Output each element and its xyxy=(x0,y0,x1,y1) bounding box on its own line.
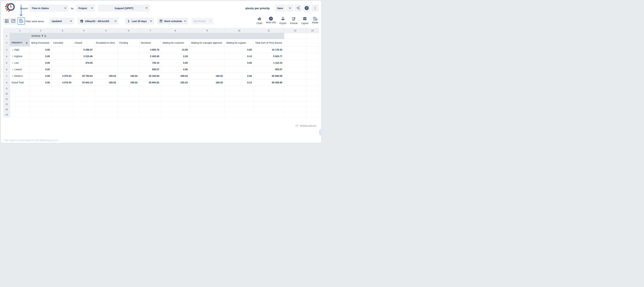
empty-cell[interactable] xyxy=(254,91,284,96)
pivot-cell[interactable] xyxy=(94,66,118,73)
chart-view-button[interactable] xyxy=(10,18,16,25)
more-info-action[interactable]: ? More info xyxy=(266,17,276,25)
pivot-cell[interactable]: 0.00 xyxy=(161,60,190,66)
pivot-cell[interactable]: 2.29 xyxy=(161,53,190,60)
help-button[interactable]: ? xyxy=(303,5,310,12)
pivot-cell[interactable] xyxy=(190,60,225,66)
pivot-cell[interactable]: 4 805.76 xyxy=(139,47,161,53)
empty-cell[interactable] xyxy=(52,96,73,102)
empty-cell[interactable] xyxy=(190,112,225,117)
pivot-cell[interactable]: 0.13 xyxy=(225,53,254,60)
pivot-cell[interactable]: 0.00 xyxy=(225,73,254,79)
row-header-highest[interactable]: Highest xyxy=(10,53,30,60)
chart-action[interactable]: Chart xyxy=(256,17,262,25)
empty-cell[interactable] xyxy=(190,107,225,112)
expand-chevron-icon[interactable] xyxy=(12,56,13,57)
empty-cell[interactable] xyxy=(118,112,139,117)
save-options-button[interactable] xyxy=(286,5,294,12)
empty-cell[interactable] xyxy=(118,86,139,91)
pivot-cell[interactable]: 3 515.46 xyxy=(73,53,94,60)
pivot-cell[interactable]: 185.02 xyxy=(94,73,118,79)
column-header-4[interactable]: Pending xyxy=(118,39,139,47)
empty-cell[interactable] xyxy=(139,107,161,112)
empty-cell[interactable] xyxy=(139,112,161,117)
pivot-cell[interactable]: 555.07 xyxy=(254,66,284,73)
pivot-cell[interactable]: 185.02 xyxy=(118,73,139,79)
empty-cell[interactable] xyxy=(94,96,118,102)
format-action[interactable]: Format xyxy=(290,17,298,25)
empty-cell[interactable] xyxy=(254,112,284,117)
save-button[interactable]: Save xyxy=(275,5,286,12)
empty-cell[interactable] xyxy=(190,86,225,91)
gear-icon[interactable]: ⚙ xyxy=(26,42,28,44)
empty-cell[interactable] xyxy=(139,96,161,102)
pivot-cell[interactable]: 25 700.64 xyxy=(73,73,94,79)
empty-cell[interactable] xyxy=(73,107,94,112)
empty-cell[interactable] xyxy=(225,102,254,107)
pivot-cell[interactable]: 0.00 xyxy=(30,73,52,79)
expand-chevron-icon[interactable] xyxy=(12,75,13,77)
pivot-cell[interactable]: 28 664.62 xyxy=(139,79,161,86)
empty-cell[interactable] xyxy=(73,91,94,96)
trim-period-select[interactable]: ✂ Last 30 days xyxy=(125,18,154,25)
pivot-cell[interactable]: 555.07 xyxy=(139,66,161,73)
row-header-medium[interactable]: Medium xyxy=(10,73,30,79)
work-schedule-select[interactable]: Work schedule xyxy=(157,18,188,25)
row-header-lowest[interactable]: Lowest xyxy=(10,66,30,73)
row-header-low[interactable]: Low xyxy=(10,60,30,66)
pivot-cell[interactable]: 225.43 xyxy=(161,79,190,86)
expand-chevron-icon[interactable] xyxy=(12,69,13,70)
empty-cell[interactable] xyxy=(306,86,319,91)
export-action[interactable]: Export xyxy=(280,17,286,25)
pivot-cell[interactable] xyxy=(118,60,139,66)
empty-cell[interactable] xyxy=(254,86,284,91)
project-select[interactable]: Support [SPRT] xyxy=(98,5,150,12)
column-header-5[interactable]: Resolved xyxy=(139,39,161,47)
empty-cell[interactable] xyxy=(306,107,319,112)
pivot-cell[interactable]: 0.00 xyxy=(30,47,52,53)
empty-cell[interactable] xyxy=(30,96,52,102)
filter-field-select[interactable]: Updated xyxy=(49,18,74,25)
empty-cell[interactable] xyxy=(190,96,225,102)
pivot-cell[interactable] xyxy=(52,66,73,73)
empty-cell[interactable] xyxy=(10,96,30,102)
empty-cell[interactable] xyxy=(10,107,30,112)
empty-cell[interactable] xyxy=(161,86,190,91)
pivot-cell[interactable] xyxy=(52,60,73,66)
layout-action[interactable]: Layout xyxy=(301,17,308,25)
empty-cell[interactable] xyxy=(161,112,190,117)
pivot-cell[interactable]: 5 356.97 xyxy=(73,47,94,53)
pivot-cell[interactable] xyxy=(94,60,118,66)
pivot-cell[interactable] xyxy=(190,47,225,53)
pivot-cell[interactable]: 68 458.90 xyxy=(254,79,284,86)
empty-cell[interactable] xyxy=(225,91,254,96)
empty-cell[interactable] xyxy=(94,102,118,107)
empty-cell[interactable] xyxy=(118,96,139,102)
pivot-view-button[interactable] xyxy=(18,17,25,25)
priority-header-cell[interactable]: PRIORITY⚙ xyxy=(10,39,30,47)
empty-cell[interactable] xyxy=(118,107,139,112)
empty-cell[interactable] xyxy=(161,91,190,96)
pivot-cell[interactable]: 4 070.53 xyxy=(52,79,73,86)
empty-cell[interactable] xyxy=(94,86,118,91)
pivot-cell[interactable] xyxy=(52,53,73,60)
filter-icon[interactable] xyxy=(42,35,43,37)
column-header-0[interactable]: Being Processed xyxy=(30,39,52,47)
empty-cell[interactable] xyxy=(284,112,306,117)
pivot-cell[interactable]: 10 176.32 xyxy=(254,47,284,53)
share-button[interactable] xyxy=(295,5,302,12)
column-header-8[interactable]: Waiting for support xyxy=(225,39,254,47)
webdatarocks-branding[interactable]: WebDataRocks xyxy=(296,124,316,128)
empty-cell[interactable] xyxy=(52,107,73,112)
empty-cell[interactable] xyxy=(10,86,30,91)
pivot-cell[interactable]: 185.02 xyxy=(118,79,139,86)
pivot-cell[interactable]: 0.00 xyxy=(30,53,52,60)
empty-cell[interactable] xyxy=(52,112,73,117)
group-by-select[interactable]: Project xyxy=(76,5,95,12)
date-range-select[interactable]: 1/May/25 - 30/Jun/25 xyxy=(78,18,118,25)
empty-cell[interactable] xyxy=(254,102,284,107)
pivot-cell[interactable]: 0.00 xyxy=(161,66,190,73)
pivot-cell[interactable]: 0.00 xyxy=(30,60,52,66)
empty-cell[interactable] xyxy=(30,102,52,107)
empty-cell[interactable] xyxy=(52,91,73,96)
